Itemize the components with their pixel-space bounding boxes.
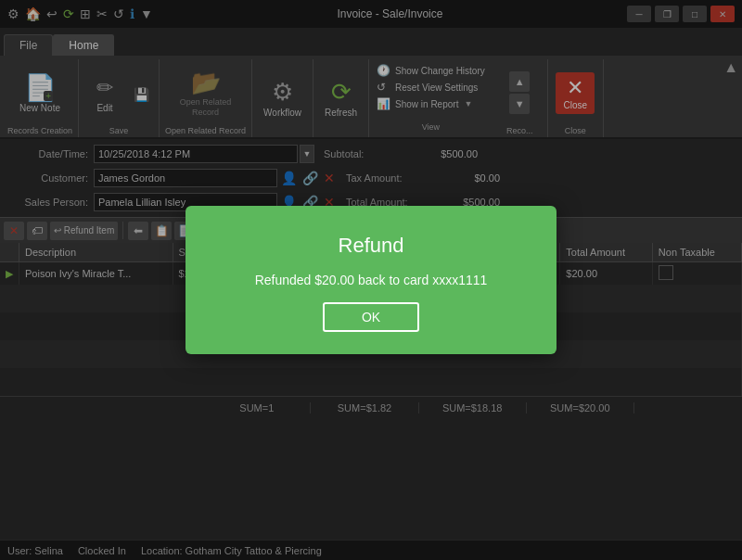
- modal-title: Refund: [339, 234, 404, 258]
- modal-overlay: Refund Refunded $20.00 back to card xxxx…: [0, 0, 742, 560]
- modal-message: Refunded $20.00 back to card xxxx1111: [255, 273, 488, 287]
- modal-ok-button[interactable]: OK: [323, 302, 419, 332]
- refund-modal: Refund Refunded $20.00 back to card xxxx…: [186, 206, 556, 354]
